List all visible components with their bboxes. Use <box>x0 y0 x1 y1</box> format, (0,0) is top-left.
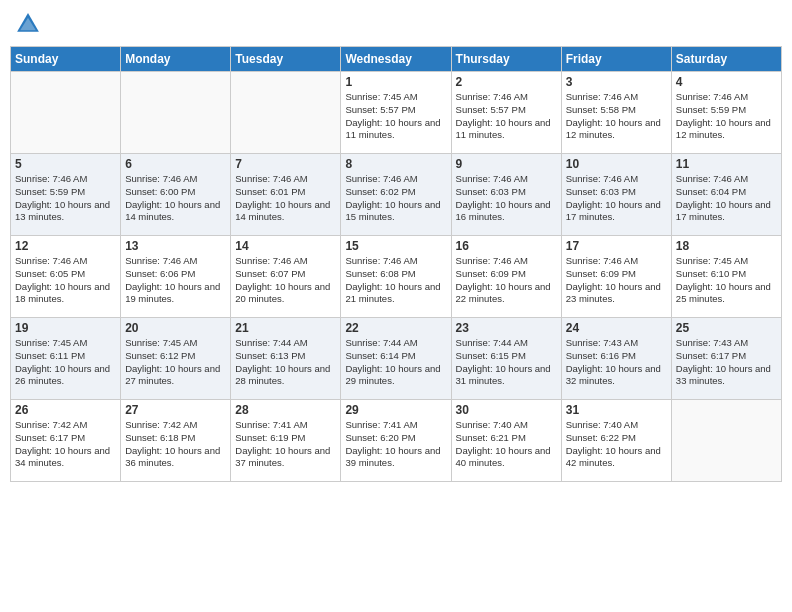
day-info: Sunrise: 7:44 AMSunset: 6:13 PMDaylight:… <box>235 337 336 388</box>
day-cell-27: 27Sunrise: 7:42 AMSunset: 6:18 PMDayligh… <box>121 400 231 482</box>
day-number: 24 <box>566 321 667 335</box>
week-row-4: 19Sunrise: 7:45 AMSunset: 6:11 PMDayligh… <box>11 318 782 400</box>
day-number: 25 <box>676 321 777 335</box>
day-cell-1: 1Sunrise: 7:45 AMSunset: 5:57 PMDaylight… <box>341 72 451 154</box>
weekday-header-monday: Monday <box>121 47 231 72</box>
day-number: 22 <box>345 321 446 335</box>
calendar-table: SundayMondayTuesdayWednesdayThursdayFrid… <box>10 46 782 482</box>
day-info: Sunrise: 7:44 AMSunset: 6:15 PMDaylight:… <box>456 337 557 388</box>
day-number: 11 <box>676 157 777 171</box>
day-number: 30 <box>456 403 557 417</box>
day-cell-24: 24Sunrise: 7:43 AMSunset: 6:16 PMDayligh… <box>561 318 671 400</box>
empty-cell <box>11 72 121 154</box>
week-row-3: 12Sunrise: 7:46 AMSunset: 6:05 PMDayligh… <box>11 236 782 318</box>
day-cell-8: 8Sunrise: 7:46 AMSunset: 6:02 PMDaylight… <box>341 154 451 236</box>
day-info: Sunrise: 7:43 AMSunset: 6:16 PMDaylight:… <box>566 337 667 388</box>
day-cell-29: 29Sunrise: 7:41 AMSunset: 6:20 PMDayligh… <box>341 400 451 482</box>
day-number: 12 <box>15 239 116 253</box>
day-info: Sunrise: 7:45 AMSunset: 6:12 PMDaylight:… <box>125 337 226 388</box>
day-number: 10 <box>566 157 667 171</box>
day-info: Sunrise: 7:46 AMSunset: 6:00 PMDaylight:… <box>125 173 226 224</box>
day-info: Sunrise: 7:46 AMSunset: 6:07 PMDaylight:… <box>235 255 336 306</box>
day-cell-17: 17Sunrise: 7:46 AMSunset: 6:09 PMDayligh… <box>561 236 671 318</box>
day-cell-23: 23Sunrise: 7:44 AMSunset: 6:15 PMDayligh… <box>451 318 561 400</box>
day-info: Sunrise: 7:41 AMSunset: 6:19 PMDaylight:… <box>235 419 336 470</box>
weekday-header-tuesday: Tuesday <box>231 47 341 72</box>
day-number: 20 <box>125 321 226 335</box>
day-info: Sunrise: 7:41 AMSunset: 6:20 PMDaylight:… <box>345 419 446 470</box>
day-cell-25: 25Sunrise: 7:43 AMSunset: 6:17 PMDayligh… <box>671 318 781 400</box>
day-info: Sunrise: 7:45 AMSunset: 6:11 PMDaylight:… <box>15 337 116 388</box>
day-number: 21 <box>235 321 336 335</box>
day-number: 4 <box>676 75 777 89</box>
day-info: Sunrise: 7:46 AMSunset: 6:01 PMDaylight:… <box>235 173 336 224</box>
day-info: Sunrise: 7:46 AMSunset: 5:59 PMDaylight:… <box>15 173 116 224</box>
day-cell-14: 14Sunrise: 7:46 AMSunset: 6:07 PMDayligh… <box>231 236 341 318</box>
day-number: 17 <box>566 239 667 253</box>
day-info: Sunrise: 7:46 AMSunset: 6:09 PMDaylight:… <box>456 255 557 306</box>
day-cell-31: 31Sunrise: 7:40 AMSunset: 6:22 PMDayligh… <box>561 400 671 482</box>
weekday-header-wednesday: Wednesday <box>341 47 451 72</box>
empty-cell <box>671 400 781 482</box>
day-number: 3 <box>566 75 667 89</box>
day-number: 9 <box>456 157 557 171</box>
day-info: Sunrise: 7:40 AMSunset: 6:22 PMDaylight:… <box>566 419 667 470</box>
day-cell-15: 15Sunrise: 7:46 AMSunset: 6:08 PMDayligh… <box>341 236 451 318</box>
day-info: Sunrise: 7:46 AMSunset: 6:06 PMDaylight:… <box>125 255 226 306</box>
day-info: Sunrise: 7:46 AMSunset: 6:03 PMDaylight:… <box>566 173 667 224</box>
day-number: 23 <box>456 321 557 335</box>
week-row-2: 5Sunrise: 7:46 AMSunset: 5:59 PMDaylight… <box>11 154 782 236</box>
day-info: Sunrise: 7:46 AMSunset: 6:04 PMDaylight:… <box>676 173 777 224</box>
day-number: 26 <box>15 403 116 417</box>
day-cell-2: 2Sunrise: 7:46 AMSunset: 5:57 PMDaylight… <box>451 72 561 154</box>
day-info: Sunrise: 7:45 AMSunset: 5:57 PMDaylight:… <box>345 91 446 142</box>
day-info: Sunrise: 7:46 AMSunset: 6:09 PMDaylight:… <box>566 255 667 306</box>
page: SundayMondayTuesdayWednesdayThursdayFrid… <box>0 0 792 612</box>
weekday-header-friday: Friday <box>561 47 671 72</box>
day-number: 2 <box>456 75 557 89</box>
day-cell-10: 10Sunrise: 7:46 AMSunset: 6:03 PMDayligh… <box>561 154 671 236</box>
day-number: 7 <box>235 157 336 171</box>
day-info: Sunrise: 7:44 AMSunset: 6:14 PMDaylight:… <box>345 337 446 388</box>
day-info: Sunrise: 7:42 AMSunset: 6:17 PMDaylight:… <box>15 419 116 470</box>
day-number: 27 <box>125 403 226 417</box>
day-cell-9: 9Sunrise: 7:46 AMSunset: 6:03 PMDaylight… <box>451 154 561 236</box>
day-cell-13: 13Sunrise: 7:46 AMSunset: 6:06 PMDayligh… <box>121 236 231 318</box>
day-info: Sunrise: 7:46 AMSunset: 6:08 PMDaylight:… <box>345 255 446 306</box>
day-number: 28 <box>235 403 336 417</box>
day-cell-28: 28Sunrise: 7:41 AMSunset: 6:19 PMDayligh… <box>231 400 341 482</box>
day-number: 29 <box>345 403 446 417</box>
day-info: Sunrise: 7:43 AMSunset: 6:17 PMDaylight:… <box>676 337 777 388</box>
day-number: 14 <box>235 239 336 253</box>
day-number: 16 <box>456 239 557 253</box>
day-cell-11: 11Sunrise: 7:46 AMSunset: 6:04 PMDayligh… <box>671 154 781 236</box>
day-cell-7: 7Sunrise: 7:46 AMSunset: 6:01 PMDaylight… <box>231 154 341 236</box>
logo-icon <box>14 10 42 38</box>
day-cell-21: 21Sunrise: 7:44 AMSunset: 6:13 PMDayligh… <box>231 318 341 400</box>
day-cell-12: 12Sunrise: 7:46 AMSunset: 6:05 PMDayligh… <box>11 236 121 318</box>
day-cell-6: 6Sunrise: 7:46 AMSunset: 6:00 PMDaylight… <box>121 154 231 236</box>
week-row-5: 26Sunrise: 7:42 AMSunset: 6:17 PMDayligh… <box>11 400 782 482</box>
day-info: Sunrise: 7:46 AMSunset: 5:57 PMDaylight:… <box>456 91 557 142</box>
empty-cell <box>121 72 231 154</box>
empty-cell <box>231 72 341 154</box>
day-cell-16: 16Sunrise: 7:46 AMSunset: 6:09 PMDayligh… <box>451 236 561 318</box>
day-number: 1 <box>345 75 446 89</box>
day-cell-22: 22Sunrise: 7:44 AMSunset: 6:14 PMDayligh… <box>341 318 451 400</box>
day-info: Sunrise: 7:46 AMSunset: 5:59 PMDaylight:… <box>676 91 777 142</box>
day-cell-18: 18Sunrise: 7:45 AMSunset: 6:10 PMDayligh… <box>671 236 781 318</box>
weekday-header-saturday: Saturday <box>671 47 781 72</box>
day-number: 19 <box>15 321 116 335</box>
day-cell-3: 3Sunrise: 7:46 AMSunset: 5:58 PMDaylight… <box>561 72 671 154</box>
day-number: 15 <box>345 239 446 253</box>
day-cell-4: 4Sunrise: 7:46 AMSunset: 5:59 PMDaylight… <box>671 72 781 154</box>
day-info: Sunrise: 7:46 AMSunset: 6:05 PMDaylight:… <box>15 255 116 306</box>
day-number: 18 <box>676 239 777 253</box>
day-number: 13 <box>125 239 226 253</box>
day-info: Sunrise: 7:46 AMSunset: 5:58 PMDaylight:… <box>566 91 667 142</box>
day-info: Sunrise: 7:45 AMSunset: 6:10 PMDaylight:… <box>676 255 777 306</box>
day-cell-19: 19Sunrise: 7:45 AMSunset: 6:11 PMDayligh… <box>11 318 121 400</box>
logo <box>14 10 46 38</box>
day-number: 8 <box>345 157 446 171</box>
day-info: Sunrise: 7:46 AMSunset: 6:03 PMDaylight:… <box>456 173 557 224</box>
